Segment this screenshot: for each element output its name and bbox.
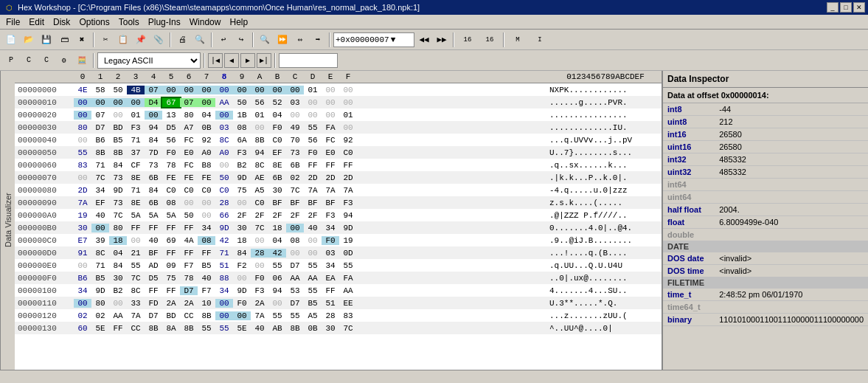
hex-cell[interactable]: 92 <box>339 136 357 145</box>
hex-cell[interactable]: 49 <box>286 123 304 132</box>
hex-cell[interactable]: 2A <box>180 299 198 308</box>
hex-cell[interactable]: 0B <box>198 123 215 132</box>
hex-cell[interactable]: 00 <box>339 86 357 94</box>
hex-cell[interactable]: 01 <box>127 111 145 120</box>
menu-edit[interactable]: Edit <box>24 15 49 29</box>
hex-cell[interactable]: 6A <box>233 136 251 145</box>
hex-cell[interactable]: BF <box>268 199 286 207</box>
hex-cell[interactable]: 28 <box>215 199 233 207</box>
hex-cell[interactable]: 8B <box>145 324 162 333</box>
hex-cell[interactable]: 53 <box>286 286 304 295</box>
hex-cell[interactable]: 2D <box>74 186 91 195</box>
col16-button[interactable]: 16 <box>457 32 478 48</box>
hex-cell[interactable]: 03 <box>322 249 339 258</box>
hex-cell[interactable]: FF <box>109 324 127 333</box>
hex-cell[interactable]: 00 <box>339 98 357 107</box>
hex-cell[interactable]: F0 <box>233 299 251 308</box>
hex-cell[interactable]: F0 <box>304 148 322 157</box>
hex-cell[interactable]: B5 <box>91 274 109 283</box>
hex-cell[interactable]: 56 <box>162 136 180 145</box>
hex-cell[interactable]: 4B <box>127 86 145 94</box>
hex-cell[interactable]: 00 <box>251 123 268 132</box>
hex-cell[interactable]: 51 <box>322 299 339 308</box>
hex-cell[interactable]: 03 <box>215 123 233 132</box>
hex-cell[interactable]: 21 <box>127 249 145 258</box>
hex-cell[interactable]: 94 <box>251 148 268 157</box>
hex-cell[interactable]: 60 <box>74 324 91 333</box>
hex-cell[interactable]: 8E <box>127 173 145 182</box>
hex-cell[interactable]: 10 <box>198 299 215 308</box>
undo-button[interactable]: ↩ <box>215 32 232 48</box>
hex-cell[interactable]: 78 <box>180 274 198 283</box>
hex-cell[interactable]: 06 <box>268 274 286 283</box>
hex-cell[interactable]: 00 <box>286 111 304 120</box>
hex-cell[interactable]: 00 <box>215 161 233 170</box>
col8-button[interactable]: 16 <box>479 32 500 48</box>
hex-cell[interactable]: 71 <box>91 261 109 270</box>
hex-cell[interactable]: D7 <box>286 261 304 270</box>
hex-cell[interactable]: 2F <box>304 211 322 220</box>
hex-cell[interactable]: 00 <box>304 98 322 107</box>
hex-cell[interactable]: 18 <box>233 236 251 245</box>
hex-cell[interactable]: 7D <box>145 148 162 157</box>
hex-cell[interactable]: 69 <box>162 236 180 245</box>
hex-cell[interactable]: FF <box>162 224 180 232</box>
hex-cell[interactable]: 01 <box>304 86 322 94</box>
hex-cell[interactable]: 00 <box>180 86 198 94</box>
hex-cell[interactable]: CC <box>127 324 145 333</box>
hex-cell[interactable]: D7 <box>286 299 304 308</box>
hex-cell[interactable]: 71 <box>91 161 109 170</box>
hex-cell[interactable]: 5A <box>145 211 162 220</box>
hex-cell[interactable]: FF <box>322 161 339 170</box>
hex-cell[interactable]: FC <box>322 136 339 145</box>
hex-cell[interactable]: 00 <box>322 86 339 94</box>
hex-cell[interactable]: 55 <box>74 148 91 157</box>
hex-cell[interactable]: C0 <box>339 148 357 157</box>
hex-cell[interactable]: 9D <box>109 186 127 195</box>
hex-cell[interactable]: F0 <box>251 274 268 283</box>
hex-cell[interactable]: 51 <box>215 261 233 270</box>
hex-cell[interactable]: 42 <box>268 249 286 258</box>
hex-cell[interactable]: EE <box>339 299 357 308</box>
hex-cell[interactable]: 55 <box>268 261 286 270</box>
motorola-button[interactable]: M <box>507 32 528 48</box>
hex-cell[interactable]: C0 <box>215 186 233 195</box>
hex-cell[interactable]: 52 <box>268 98 286 107</box>
open-button[interactable]: 📂 <box>21 32 37 48</box>
hex-cell[interactable]: 00 <box>251 86 268 94</box>
hex-cell[interactable]: 0B <box>304 324 322 333</box>
menu-window[interactable]: Window <box>185 15 226 29</box>
offset-left-button[interactable]: ◀◀ <box>416 32 432 48</box>
hex-cell[interactable]: FF <box>145 224 162 232</box>
hex-cell[interactable]: FF <box>162 286 180 295</box>
hex-cell[interactable]: 92 <box>198 136 215 145</box>
hex-cell[interactable]: 58 <box>91 86 109 94</box>
hex-cell[interactable]: 30 <box>233 224 251 232</box>
hex-cell[interactable]: B6 <box>74 274 91 283</box>
hex-cell[interactable]: 08 <box>162 199 180 207</box>
hex-cell[interactable]: 18 <box>268 224 286 232</box>
hex-cell[interactable]: 8B <box>198 311 215 320</box>
hex-cell[interactable]: CF <box>127 161 145 170</box>
hex-cell[interactable]: BF <box>145 249 162 258</box>
hex-cell[interactable]: EF <box>91 199 109 207</box>
hex-cell[interactable]: 7A <box>74 199 91 207</box>
hex-cell[interactable]: 40 <box>145 236 162 245</box>
hex-cell[interactable]: 55 <box>304 286 322 295</box>
hex-cell[interactable]: 73 <box>286 148 304 157</box>
hex-cell[interactable]: 00 <box>74 98 91 107</box>
hex-cell[interactable]: 00 <box>251 236 268 245</box>
offset-right-button[interactable]: ▶▶ <box>434 32 450 48</box>
hex-cell[interactable]: B6 <box>91 136 109 145</box>
play-btn[interactable]: ▶ <box>240 53 255 68</box>
hex-cell[interactable]: A5 <box>304 311 322 320</box>
hex-cell[interactable]: BD <box>109 123 127 132</box>
hex-cell[interactable]: 34 <box>322 224 339 232</box>
nav-prev[interactable]: ◀ <box>224 53 239 68</box>
hex-cell[interactable]: 42 <box>215 236 233 245</box>
hex-cell[interactable]: 34 <box>215 286 233 295</box>
tb2-btn2[interactable]: C <box>21 52 37 69</box>
hex-cell[interactable]: 6B <box>268 173 286 182</box>
hex-cell[interactable]: 00 <box>109 98 127 107</box>
hex-cell[interactable]: FA <box>339 274 357 283</box>
